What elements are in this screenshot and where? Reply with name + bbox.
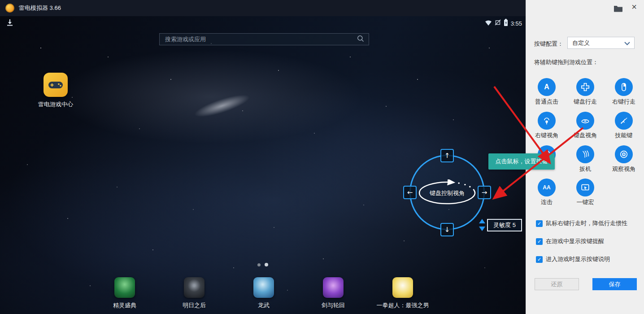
app-icon — [253, 277, 274, 298]
dock-app-label: 精灵盛典 — [89, 301, 161, 310]
chevron-down-icon — [624, 42, 630, 45]
page-dot-1[interactable] — [257, 263, 261, 266]
double-a-icon: AA — [538, 179, 556, 196]
dock-app-1[interactable]: 精灵盛典 — [89, 277, 161, 310]
battery-icon — [504, 19, 508, 28]
arrow-right-key[interactable]: → — [478, 186, 491, 199]
download-icon[interactable] — [6, 19, 13, 28]
checkbox-reduce-inertia[interactable]: ✓ 鼠标右键行走时，降低行走惯性 — [536, 219, 627, 227]
key-config-dropdown[interactable]: 自定义 — [567, 37, 635, 49]
key-keyboard-view[interactable]: 键盘视角 — [566, 112, 605, 140]
title-bar: 雷电模拟器 3.66 — [0, 0, 526, 16]
key-macro[interactable]: 一键宏 — [566, 179, 605, 206]
sensitivity-label: 灵敏度 — [493, 222, 511, 228]
sensitivity-value-box[interactable]: 灵敏度 5 — [487, 219, 522, 231]
wifi-icon — [485, 19, 492, 27]
checkbox-checked-icon[interactable]: ✓ — [536, 256, 543, 263]
sensitivity-stepper[interactable] — [479, 219, 485, 233]
claw-icon — [576, 145, 594, 163]
key-observe-view[interactable]: 观察视角 — [605, 145, 643, 173]
checkbox-show-key-help[interactable]: ✓ 进入游戏时显示按键说明 — [536, 255, 610, 263]
galaxy — [192, 91, 252, 122]
close-icon[interactable]: × — [629, 2, 639, 12]
arrow-up-key[interactable]: ↑ — [440, 149, 454, 162]
macro-icon — [576, 179, 594, 196]
dock-app-4[interactable]: 剑与轮回 — [297, 277, 369, 310]
key-trigger[interactable]: 扳机 — [566, 145, 605, 173]
dpad-icon — [576, 78, 594, 96]
dock-app-label: 明日之后 — [158, 301, 230, 310]
key-right-click-walk[interactable]: 右键行走 — [605, 78, 643, 106]
folder-icon[interactable] — [614, 5, 623, 14]
tap-icon — [538, 112, 556, 130]
app-icon — [323, 277, 344, 298]
drag-hint-text: 将辅助键拖到游戏位置： — [534, 58, 598, 66]
letter-a-icon: A — [538, 78, 556, 96]
disc-icon — [576, 112, 594, 130]
android-status-bar: 3:55 — [0, 18, 526, 29]
mouse-icon — [615, 78, 633, 96]
restore-button[interactable]: 还原 — [535, 278, 579, 290]
no-sim-icon — [495, 19, 501, 27]
arrow-left-key[interactable]: ← — [403, 186, 417, 199]
checkbox-show-key-hints[interactable]: ✓ 在游戏中显示按键提醒 — [536, 237, 604, 245]
mouse-setup-tooltip: 点击鼠标，设置按键 — [488, 153, 555, 170]
gamepad-icon — [44, 73, 68, 97]
emulator-screen: 3:55 雷电游戏中心 ↑ ← → ↓ 键盘控制视 — [0, 16, 526, 314]
window-title: 雷电模拟器 3.66 — [19, 4, 61, 12]
app-icon — [184, 277, 205, 298]
key-config-label: 按键配置： — [534, 40, 563, 48]
arrow-down-key[interactable]: ↓ — [440, 223, 454, 236]
widget-label: 键盘控制视角 — [418, 189, 476, 197]
key-keyboard-walk[interactable]: 键盘行走 — [566, 78, 605, 106]
key-right-click-view[interactable]: 右键视角 — [527, 112, 566, 140]
save-button[interactable]: 保存 — [592, 278, 637, 290]
checkbox-checked-icon[interactable]: ✓ — [536, 220, 543, 227]
starfield — [0, 16, 1, 17]
search-input[interactable] — [160, 36, 357, 43]
app-game-center[interactable]: 雷电游戏中心 — [29, 73, 83, 109]
app-logo-icon — [5, 4, 14, 13]
key-skill[interactable]: 技能键 — [605, 112, 643, 140]
app-icon — [392, 277, 413, 298]
sword-icon — [615, 112, 633, 130]
app-game-center-label: 雷电游戏中心 — [29, 100, 83, 109]
dock-app-label: 一拳超人：最强之男 — [367, 301, 439, 310]
dock-app-label: 剑与轮回 — [297, 301, 369, 310]
dock-app-3[interactable]: 龙武 — [228, 277, 300, 310]
checkbox-checked-icon[interactable]: ✓ — [536, 238, 543, 245]
search-bar[interactable] — [159, 33, 369, 45]
search-icon[interactable] — [357, 35, 364, 44]
dock-app-2[interactable]: 明日之后 — [158, 277, 230, 310]
sensitivity-value: 5 — [513, 222, 516, 228]
clock: 3:55 — [511, 20, 522, 27]
key-normal-click[interactable]: A 普通点击 — [527, 78, 566, 106]
key-config-value: 自定义 — [572, 39, 590, 47]
eye-icon — [615, 145, 633, 163]
dock-app-5[interactable]: 一拳超人：最强之男 — [367, 277, 439, 310]
dock-app-label: 龙武 — [228, 301, 300, 310]
key-combo[interactable]: AA 连击 — [527, 179, 566, 206]
page-dot-2-active[interactable] — [265, 263, 268, 266]
app-icon — [114, 277, 135, 298]
